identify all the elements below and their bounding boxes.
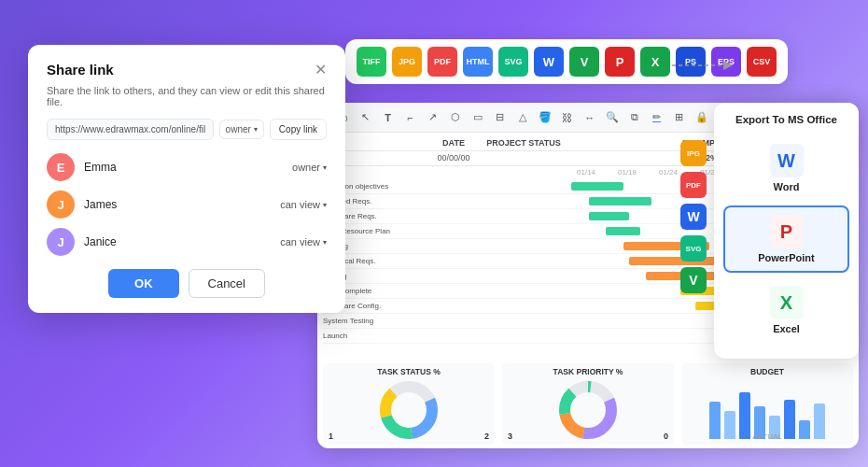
copy-link-button[interactable]: Copy link xyxy=(270,119,327,140)
format-ppt[interactable]: P xyxy=(605,47,635,77)
date-value: 00/00/00 xyxy=(426,153,482,163)
toolbar-link[interactable]: ⛓ xyxy=(557,107,578,128)
toolbar-zoom[interactable]: 🔍 xyxy=(602,107,623,128)
toolbar-lines[interactable]: ⊟ xyxy=(490,107,511,128)
avatar-james: J xyxy=(47,191,75,219)
task-priority-chart: TASK PRIORITY % 3 0 xyxy=(502,363,674,445)
word-icon: W xyxy=(770,144,804,177)
left-icon-word[interactable]: W xyxy=(680,204,707,230)
budget-chart: BUDGET ACTUAL xyxy=(681,363,853,445)
col-project-status: PROJECT STATUS xyxy=(482,138,566,148)
export-panel-title: Export To MS Office xyxy=(723,114,849,125)
format-svg[interactable]: SVG xyxy=(498,47,528,77)
user-row-james: J James can view ▾ xyxy=(47,191,327,219)
export-panel: IPG PDF W SVG V Export To MS Office W Wo… xyxy=(714,103,859,359)
date-label-2: 01/18 xyxy=(618,168,637,177)
format-excel[interactable]: X xyxy=(640,47,670,77)
task-priority-title: TASK PRIORITY % xyxy=(553,367,623,376)
task-status-title: TASK STATUS % xyxy=(377,367,441,376)
chevron-down-icon: ▾ xyxy=(323,238,327,247)
toolbar-pen[interactable]: ✏ xyxy=(647,107,667,128)
task-status-label2: 2 xyxy=(484,432,489,441)
dialog-description: Share the link to others, and they can v… xyxy=(47,85,327,107)
format-word[interactable]: W xyxy=(534,47,564,77)
user-row-janice: J Janice can view ▾ xyxy=(47,228,327,256)
user-row-emma: E Emma owner ▾ xyxy=(47,153,327,181)
left-icon-visio[interactable]: V xyxy=(680,267,707,293)
task-priority-label1: 3 xyxy=(508,432,512,441)
link-input[interactable] xyxy=(47,119,214,140)
permission-james[interactable]: can view ▾ xyxy=(280,199,327,210)
toolbar-pointer[interactable]: ↗ xyxy=(423,107,443,128)
left-icon-svg[interactable]: SVG xyxy=(680,235,707,262)
chevron-down-icon: ▾ xyxy=(323,201,327,209)
powerpoint-icon: P xyxy=(770,215,804,248)
close-button[interactable]: ✕ xyxy=(315,63,327,78)
dialog-header: Share link ✕ xyxy=(47,62,327,78)
toolbar-text[interactable]: T xyxy=(378,107,399,128)
cancel-button[interactable]: Cancel xyxy=(189,269,265,298)
format-visio[interactable]: V xyxy=(569,47,599,77)
username-james: James xyxy=(84,198,271,211)
toolbar-crop[interactable]: ⌐ xyxy=(400,107,421,128)
username-janice: Janice xyxy=(84,235,271,248)
chevron-down-icon: ▾ xyxy=(323,163,327,172)
username-emma: Emma xyxy=(84,161,283,174)
word-label: Word xyxy=(774,181,800,192)
format-pdf[interactable]: PDF xyxy=(427,47,457,77)
link-row: owner ▾ Copy link xyxy=(47,119,327,140)
toolbar-table[interactable]: ⊞ xyxy=(669,107,690,128)
export-word-option[interactable]: W Word xyxy=(723,134,849,202)
toolbar-rect[interactable]: ▭ xyxy=(468,107,488,128)
left-icon-pdf[interactable]: PDF xyxy=(680,172,707,198)
avatar-janice: J xyxy=(47,228,75,256)
toolbar-cursor[interactable]: ↖ xyxy=(356,107,376,128)
format-tiff[interactable]: TIFF xyxy=(357,47,386,77)
toolbar-shape[interactable]: ⬡ xyxy=(445,107,466,128)
format-html[interactable]: HTML xyxy=(463,47,493,77)
ok-button[interactable]: OK xyxy=(108,269,179,298)
powerpoint-label: PowerPoint xyxy=(758,252,815,263)
toolbar-arrange[interactable]: ⧉ xyxy=(624,107,645,128)
arrow-hint xyxy=(672,51,737,79)
task-priority-label2: 0 xyxy=(664,432,668,441)
bottom-charts: TASK STATUS % 1 2 TASK PRIORITY % xyxy=(317,360,859,448)
link-permission-select[interactable]: owner ▾ xyxy=(219,120,264,139)
toolbar-arrows[interactable]: ↔ xyxy=(580,107,600,128)
permission-janice[interactable]: can view ▾ xyxy=(280,236,327,248)
date-label-1: 01/14 xyxy=(577,168,595,177)
excel-label: Excel xyxy=(773,323,800,334)
export-excel-option[interactable]: X Excel xyxy=(723,276,849,344)
dialog-title: Share link xyxy=(47,62,114,78)
budget-actual-label: ACTUAL xyxy=(752,432,782,441)
excel-icon: X xyxy=(770,286,804,319)
chevron-down-icon: ▾ xyxy=(254,125,258,134)
link-permission-value: owner xyxy=(226,124,251,134)
share-link-dialog: Share link ✕ Share the link to others, a… xyxy=(28,45,345,313)
col-date: DATE xyxy=(426,138,482,148)
left-icon-jpg[interactable]: IPG xyxy=(680,140,707,166)
dialog-actions: OK Cancel xyxy=(47,269,327,298)
avatar-emma: E xyxy=(47,153,75,181)
toolbar-triangle[interactable]: △ xyxy=(512,107,533,128)
format-jpg[interactable]: JPG xyxy=(392,47,422,77)
export-left-icons: IPG PDF W SVG V xyxy=(680,140,707,293)
svg-marker-1 xyxy=(723,61,733,70)
budget-title: BUDGET xyxy=(750,367,784,376)
date-label-3: 01/24 xyxy=(659,168,678,177)
export-powerpoint-option[interactable]: P PowerPoint xyxy=(723,205,849,273)
task-status-label1: 1 xyxy=(329,432,333,441)
format-csv[interactable]: CSV xyxy=(747,47,777,77)
task-status-chart: TASK STATUS % 1 2 xyxy=(323,363,495,445)
toolbar-lock[interactable]: 🔒 xyxy=(692,107,712,128)
toolbar-fill[interactable]: 🪣 xyxy=(535,107,555,128)
permission-emma[interactable]: owner ▾ xyxy=(292,162,327,173)
